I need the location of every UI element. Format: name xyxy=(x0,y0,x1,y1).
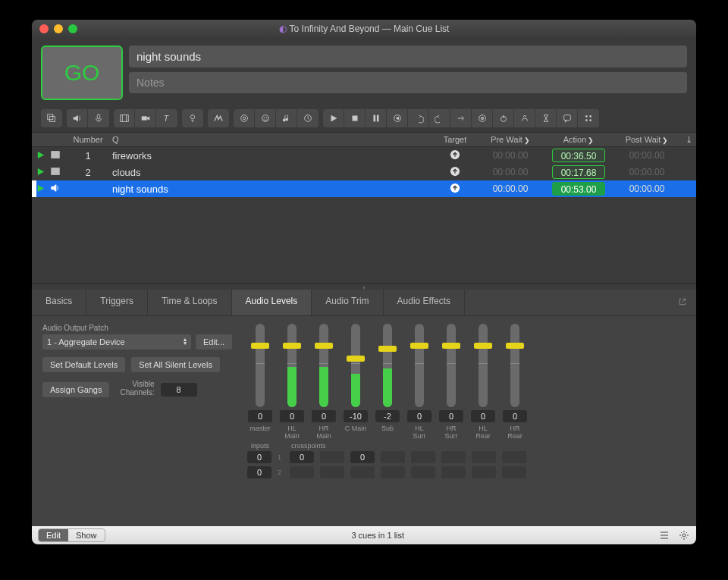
text-cue-icon[interactable]: T xyxy=(156,109,177,127)
col-target[interactable]: Target xyxy=(434,135,476,144)
audio-cue-icon[interactable] xyxy=(67,109,88,127)
inspector-drag-handle[interactable]: • xyxy=(32,284,696,290)
fader-track[interactable] xyxy=(319,324,328,407)
video-cue-icon[interactable] xyxy=(114,109,135,127)
list-view-icon[interactable] xyxy=(658,529,670,541)
goto-icon[interactable] xyxy=(450,109,472,127)
fader-track[interactable] xyxy=(351,324,360,407)
cue-number[interactable]: 2 xyxy=(68,167,108,178)
tab-triggers[interactable]: Triggers xyxy=(86,290,148,315)
wait-icon[interactable] xyxy=(535,109,557,127)
cue-row[interactable]: 1fireworks00:00.0000:36.5000:00.00 xyxy=(32,147,696,164)
fader-knob[interactable] xyxy=(347,356,365,362)
tab-audio-levels[interactable]: Audio Levels xyxy=(232,290,312,315)
postwait-field[interactable]: 00:00.00 xyxy=(620,165,673,179)
fader-knob[interactable] xyxy=(378,346,397,352)
fader-knob[interactable] xyxy=(410,343,428,349)
fader-track[interactable] xyxy=(415,324,424,407)
mic-cue-icon[interactable] xyxy=(88,109,109,127)
group-cue-icon[interactable] xyxy=(41,109,62,127)
cue-row[interactable]: night sounds00:00.0000:53.0000:00.00 xyxy=(32,180,696,197)
close-button[interactable] xyxy=(39,24,49,33)
memo-icon[interactable] xyxy=(557,109,578,127)
settings-icon[interactable] xyxy=(678,529,690,541)
fader-knob[interactable] xyxy=(251,343,269,349)
fader-value[interactable]: 0 xyxy=(407,410,431,422)
postwait-field[interactable]: 00:00.00 xyxy=(620,149,673,162)
zoom-button[interactable] xyxy=(68,24,77,33)
mode-segmented[interactable]: Edit Show xyxy=(38,528,105,542)
fader-value[interactable]: -10 xyxy=(344,410,368,422)
light-cue-icon[interactable] xyxy=(182,109,203,127)
go-button[interactable]: GO xyxy=(41,45,123,100)
fader-knob[interactable] xyxy=(442,343,460,349)
crosspoint-cell[interactable] xyxy=(320,466,344,478)
fader-track[interactable] xyxy=(383,324,392,407)
fader-value[interactable]: 0 xyxy=(503,410,527,422)
fader-knob[interactable] xyxy=(474,343,492,349)
redo-icon[interactable] xyxy=(429,109,450,127)
script-icon[interactable] xyxy=(578,109,599,127)
prewait-field[interactable]: 00:00.00 xyxy=(484,165,537,179)
action-field[interactable]: 00:53.00 xyxy=(552,182,605,196)
cue-target[interactable] xyxy=(434,149,476,162)
input-level[interactable]: 0 xyxy=(247,451,271,463)
crosspoint-cell[interactable] xyxy=(411,466,435,478)
crosspoint-cell[interactable] xyxy=(472,466,496,478)
col-postwait[interactable]: Post Wait❯ xyxy=(613,135,681,144)
col-number[interactable]: Number xyxy=(68,135,108,144)
undo-icon[interactable] xyxy=(408,109,429,127)
col-autocontinue-icon[interactable]: ⤓ xyxy=(681,135,696,145)
visible-channels-field[interactable]: 8 xyxy=(161,383,197,397)
cue-name[interactable]: fireworks xyxy=(108,150,434,161)
prewait-field[interactable]: 00:00.00 xyxy=(484,182,537,196)
col-action[interactable]: Action❯ xyxy=(544,135,613,144)
tab-audio-effects[interactable]: Audio Effects xyxy=(384,290,466,315)
load-icon[interactable] xyxy=(387,109,408,127)
crosspoint-cell[interactable]: 0 xyxy=(350,451,375,463)
fader-knob[interactable] xyxy=(506,343,524,349)
cue-list-empty[interactable] xyxy=(32,197,696,284)
stop-icon[interactable] xyxy=(344,109,366,127)
cue-target[interactable] xyxy=(434,166,476,179)
crosspoint-cell[interactable] xyxy=(381,466,405,478)
crosspoint-cell[interactable] xyxy=(320,451,344,463)
fader-track[interactable] xyxy=(479,324,488,407)
cue-number[interactable]: 1 xyxy=(68,150,108,161)
crosspoint-cell[interactable] xyxy=(472,451,496,463)
tab-time-loops[interactable]: Time & Loops xyxy=(148,290,232,315)
minimize-button[interactable] xyxy=(54,24,63,33)
input-level[interactable]: 0 xyxy=(247,466,271,478)
fader-knob[interactable] xyxy=(283,343,301,349)
cue-notes-field[interactable]: Notes xyxy=(129,72,687,93)
cue-row[interactable]: 2clouds00:00.0000:17.6800:00.00 xyxy=(32,164,696,180)
midi-file-cue-icon[interactable] xyxy=(276,109,297,127)
crosspoint-cell[interactable] xyxy=(441,466,466,478)
devamp-icon[interactable] xyxy=(514,109,535,127)
audio-patch-select[interactable]: 1 - Aggregate Device ▴▾ xyxy=(42,334,191,350)
midi-cue-icon[interactable] xyxy=(255,109,276,127)
timecode-cue-icon[interactable] xyxy=(297,109,318,127)
crosspoint-cell[interactable] xyxy=(502,451,526,463)
fader-value[interactable]: 0 xyxy=(439,410,463,422)
power-icon[interactable] xyxy=(493,109,514,127)
set-silent-levels-button[interactable]: Set All Silent Levels xyxy=(131,357,220,372)
cue-name-field[interactable]: night sounds xyxy=(129,45,687,67)
camera-cue-icon[interactable] xyxy=(135,109,156,127)
play-icon[interactable] xyxy=(323,109,344,127)
fader-track[interactable] xyxy=(287,324,297,407)
prewait-field[interactable]: 00:00.00 xyxy=(484,149,537,162)
cue-name[interactable]: clouds xyxy=(108,167,434,178)
crosspoint-cell[interactable] xyxy=(441,451,466,463)
cue-name[interactable]: night sounds xyxy=(108,183,434,195)
fader-knob[interactable] xyxy=(315,343,333,349)
action-field[interactable]: 00:36.50 xyxy=(552,149,605,162)
assign-gangs-button[interactable]: Assign Gangs xyxy=(42,382,109,397)
set-default-levels-button[interactable]: Set Default Levels xyxy=(42,357,125,372)
edit-mode-button[interactable]: Edit xyxy=(39,529,68,541)
pause-icon[interactable] xyxy=(366,109,387,127)
fader-value[interactable]: 0 xyxy=(280,410,304,422)
edit-patch-button[interactable]: Edit... xyxy=(196,334,232,350)
fader-value[interactable]: 0 xyxy=(471,410,495,422)
col-q[interactable]: Q xyxy=(108,135,434,144)
